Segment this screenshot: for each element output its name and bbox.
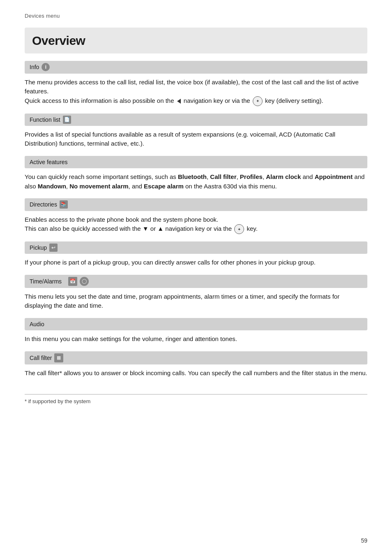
- function-list-icon: 📄: [63, 116, 71, 124]
- time-alarms-label: Time/Alarms: [30, 277, 62, 285]
- time-alarms-body-text: This menu lets you set the date and time…: [25, 293, 339, 309]
- call-filter-body-text: The call filter* allows you to answer or…: [25, 369, 367, 376]
- section-header-directories: Directories 📚: [25, 198, 367, 211]
- audio-body: In this menu you can make settings for t…: [25, 334, 367, 344]
- pickup-icon: ↩: [49, 244, 58, 252]
- pickup-label: Pickup: [30, 244, 47, 252]
- section-active-features: Active features You can quickly reach so…: [25, 156, 367, 191]
- directories-body-text: Enables access to the private phone book…: [25, 216, 218, 223]
- page-header: Devices menu: [25, 12, 367, 20]
- call-filter-icon: ▦: [54, 353, 63, 362]
- pickup-body-text: If your phone is part of a pickup group,…: [25, 259, 316, 266]
- pickup-body: If your phone is part of a pickup group,…: [25, 258, 367, 267]
- directories-nav-icon: ✦: [234, 224, 244, 234]
- directories-end-text: key.: [247, 225, 257, 232]
- directories-body2-text: This can also be quickly accessed with t…: [25, 225, 232, 232]
- section-header-function-list: Function list 📄: [25, 114, 367, 126]
- directories-icon: 📚: [60, 200, 68, 209]
- call-filter-label: Call filter: [30, 354, 52, 362]
- directories-label: Directories: [30, 200, 57, 209]
- active-features-label: Active features: [30, 158, 68, 166]
- audio-body-text: In this menu you can make settings for t…: [25, 335, 237, 342]
- section-function-list: Function list 📄 Provides a list of speci…: [25, 114, 367, 149]
- overview-title: Overview: [25, 28, 367, 54]
- triangle-left-icon: [177, 99, 181, 104]
- section-header-info: Info i: [25, 61, 367, 73]
- section-audio: Audio In this menu you can make settings…: [25, 318, 367, 344]
- section-header-pickup: Pickup ↩: [25, 241, 367, 254]
- call-filter-body: The call filter* allows you to answer or…: [25, 369, 367, 378]
- section-call-filter: Call filter ▦ The call filter* allows yo…: [25, 351, 367, 378]
- directories-body: Enables access to the private phone book…: [25, 215, 367, 234]
- time-alarms-body: This menu lets you set the date and time…: [25, 292, 367, 311]
- function-list-body: Provides a list of special functions ava…: [25, 130, 367, 149]
- function-list-body-text: Provides a list of special functions ava…: [25, 131, 335, 147]
- footer-note: * if supported by the system: [25, 394, 367, 406]
- section-time-alarms: Time/Alarms 📅 ◯ This menu lets you set t…: [25, 275, 367, 311]
- section-info: Info i The menu provides access to the c…: [25, 61, 367, 106]
- section-header-time-alarms: Time/Alarms 📅 ◯: [25, 275, 367, 288]
- page-number: 59: [361, 536, 367, 545]
- section-header-audio: Audio: [25, 318, 367, 330]
- info-body: The menu provides access to the call lis…: [25, 78, 367, 106]
- section-header-active-features: Active features: [25, 156, 367, 168]
- info-icon: i: [42, 63, 50, 71]
- calendar-icon: 📅: [68, 277, 77, 286]
- section-directories: Directories 📚 Enables access to the priv…: [25, 198, 367, 234]
- alarm-icon: ◯: [80, 277, 89, 286]
- info-body-text: The menu provides access to the call lis…: [25, 79, 359, 95]
- info-body2-text: Quick access to this information is also…: [25, 97, 174, 104]
- audio-label: Audio: [30, 320, 44, 328]
- active-features-body: You can quickly reach some important set…: [25, 172, 367, 191]
- info-end-text: key (delivery setting).: [265, 97, 323, 104]
- function-list-label: Function list: [30, 116, 60, 124]
- info-nav-text: navigation key or via the: [184, 97, 250, 104]
- nav-key-icon: ✦: [253, 96, 263, 106]
- section-header-call-filter: Call filter ▦: [25, 351, 367, 364]
- section-pickup: Pickup ↩ If your phone is part of a pick…: [25, 241, 367, 267]
- info-label: Info: [30, 63, 39, 71]
